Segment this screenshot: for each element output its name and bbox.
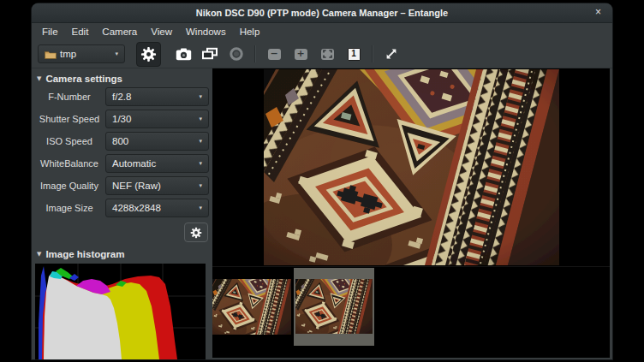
f-number-value: f/2.8 [112,92,131,102]
thumbnail-1[interactable] [212,279,291,335]
image-histogram-expander[interactable]: ▼ Image histogram [35,246,209,262]
camera-settings-panel: F-Number f/2.8 ▾ Shutter Speed 1/30 ▾ IS… [35,87,209,217]
titlebar: Nikon DSC D90 (PTP mode) Camera Manager … [32,3,612,23]
capture-button[interactable] [172,43,194,66]
menubar: File Edit Camera View Windows Help [32,23,612,40]
gear-icon [140,46,157,62]
fullscreen-button[interactable] [380,43,402,66]
minus-icon: − [268,49,281,60]
histogram-plot [35,264,206,359]
chevron-down-icon: ▾ [194,205,202,211]
image-viewport [212,68,610,267]
menu-windows[interactable]: Windows [179,25,233,39]
menu-help[interactable]: Help [233,25,267,39]
chevron-down-icon: ▾ [194,182,202,189]
best-fit-button[interactable] [316,43,338,66]
camera-settings-title: Camera settings [45,74,122,84]
image-quality-value: NEF (Raw) [112,181,161,191]
image-size-label: Image Size [35,203,104,213]
advanced-settings-row [35,217,209,246]
settings-toggle-button[interactable] [136,42,161,67]
best-fit-icon [321,49,334,60]
setting-row-iso-speed: ISO Speed 800 ▾ [35,132,209,151]
f-number-select[interactable]: f/2.8 ▾ [105,87,209,106]
preview-button[interactable] [199,43,221,66]
preview-image [264,69,559,265]
zoom-normal-button[interactable]: 1 [343,43,365,66]
shutter-speed-select[interactable]: 1/30 ▾ [105,110,209,128]
image-histogram-title: Image histogram [45,249,124,259]
thumbnail-strip [212,267,610,358]
record-circle-icon [229,46,244,62]
menu-file[interactable]: File [35,25,65,39]
menu-camera[interactable]: Camera [95,25,144,39]
setting-row-white-balance: WhiteBalance Automatic ▾ [35,154,209,173]
triangle-down-icon: ▼ [37,251,41,258]
toolbar-separator [372,45,373,62]
camera-settings-expander[interactable]: ▼ Camera settings [35,71,209,86]
image-quality-label: Image Quality [35,181,104,191]
settings-sidebar: ▼ Camera settings F-Number f/2.8 ▾ Shutt… [32,68,212,360]
close-icon[interactable]: × [592,6,605,19]
expand-arrows-icon [385,47,398,61]
chevron-down-icon: ▾ [110,50,118,57]
app-window: Nikon DSC D90 (PTP mode) Camera Manager … [32,3,612,359]
toolbar: tmp ▾ [32,40,612,68]
toolbar-separator [254,45,256,62]
camera-icon [176,48,192,61]
setting-row-f-number: F-Number f/2.8 ▾ [35,87,209,106]
folder-select[interactable]: tmp ▾ [38,45,125,63]
chevron-down-icon: ▾ [194,160,202,167]
menu-view[interactable]: View [144,25,179,39]
frames-icon [201,47,218,61]
folder-icon [45,50,57,59]
advanced-settings-button[interactable] [184,223,208,242]
one-icon: 1 [348,48,361,61]
image-histogram [35,264,206,359]
zoom-in-button[interactable]: + [289,43,312,66]
white-balance-value: Automatic [112,158,156,169]
menu-edit[interactable]: Edit [65,25,96,39]
image-size-value: 4288x2848 [112,203,161,213]
white-balance-select[interactable]: Automatic ▾ [105,154,209,173]
setting-row-shutter-speed: Shutter Speed 1/30 ▾ [35,110,209,128]
plus-icon: + [295,49,307,60]
window-title: Nikon DSC D90 (PTP mode) Camera Manager … [196,8,448,18]
monitor-button[interactable] [225,43,247,66]
setting-row-image-quality: Image Quality NEF (Raw) ▾ [35,176,209,195]
thumbnail-2-selected[interactable] [294,268,374,346]
image-display-area [212,68,610,358]
iso-speed-value: 800 [112,136,128,146]
gear-icon [190,227,202,239]
image-size-select[interactable]: 4288x2848 ▾ [105,199,209,217]
white-balance-label: WhiteBalance [35,158,104,169]
zoom-out-button[interactable]: − [263,43,285,66]
iso-speed-select[interactable]: 800 ▾ [105,132,209,151]
shutter-speed-label: Shutter Speed [35,114,104,124]
triangle-down-icon: ▼ [37,75,41,82]
iso-speed-label: ISO Speed [35,136,104,146]
content: ▼ Camera settings F-Number f/2.8 ▾ Shutt… [32,68,612,360]
chevron-down-icon: ▾ [194,116,202,122]
folder-select-value: tmp [60,49,76,59]
shutter-speed-value: 1/30 [112,114,131,124]
chevron-down-icon: ▾ [194,138,202,145]
chevron-down-icon: ▾ [194,93,202,100]
image-quality-select[interactable]: NEF (Raw) ▾ [105,176,209,195]
f-number-label: F-Number [35,92,104,102]
setting-row-image-size: Image Size 4288x2848 ▾ [35,199,209,217]
